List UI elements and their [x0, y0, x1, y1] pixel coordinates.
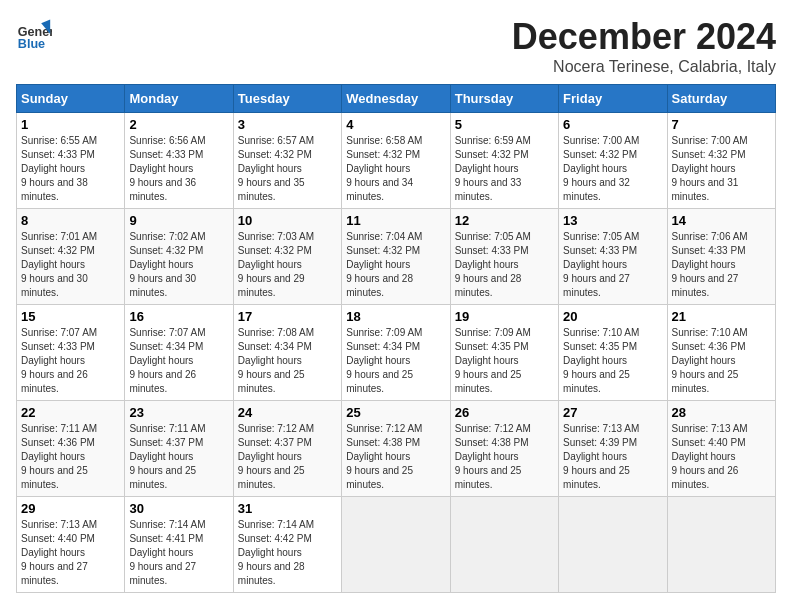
day-number: 24: [238, 405, 337, 420]
day-number: 31: [238, 501, 337, 516]
calendar-cell: 12Sunrise: 7:05 AMSunset: 4:33 PMDayligh…: [450, 209, 558, 305]
day-detail: Sunrise: 7:13 AMSunset: 4:39 PMDaylight …: [563, 422, 662, 492]
header-day-wednesday: Wednesday: [342, 85, 450, 113]
day-detail: Sunrise: 7:07 AMSunset: 4:33 PMDaylight …: [21, 326, 120, 396]
calendar-cell: 27Sunrise: 7:13 AMSunset: 4:39 PMDayligh…: [559, 401, 667, 497]
calendar-header-row: SundayMondayTuesdayWednesdayThursdayFrid…: [17, 85, 776, 113]
day-detail: Sunrise: 7:12 AMSunset: 4:38 PMDaylight …: [455, 422, 554, 492]
day-number: 1: [21, 117, 120, 132]
logo-icon: General Blue: [16, 16, 52, 52]
day-detail: Sunrise: 7:13 AMSunset: 4:40 PMDaylight …: [672, 422, 771, 492]
calendar-cell: 4Sunrise: 6:58 AMSunset: 4:32 PMDaylight…: [342, 113, 450, 209]
day-number: 2: [129, 117, 228, 132]
day-number: 7: [672, 117, 771, 132]
day-number: 11: [346, 213, 445, 228]
calendar-table: SundayMondayTuesdayWednesdayThursdayFrid…: [16, 84, 776, 593]
calendar-week-5: 29Sunrise: 7:13 AMSunset: 4:40 PMDayligh…: [17, 497, 776, 593]
day-detail: Sunrise: 7:01 AMSunset: 4:32 PMDaylight …: [21, 230, 120, 300]
header-day-monday: Monday: [125, 85, 233, 113]
calendar-cell: [667, 497, 775, 593]
day-number: 19: [455, 309, 554, 324]
calendar-week-4: 22Sunrise: 7:11 AMSunset: 4:36 PMDayligh…: [17, 401, 776, 497]
calendar-cell: 30Sunrise: 7:14 AMSunset: 4:41 PMDayligh…: [125, 497, 233, 593]
calendar-week-3: 15Sunrise: 7:07 AMSunset: 4:33 PMDayligh…: [17, 305, 776, 401]
header-day-saturday: Saturday: [667, 85, 775, 113]
header-day-tuesday: Tuesday: [233, 85, 341, 113]
day-number: 23: [129, 405, 228, 420]
day-detail: Sunrise: 7:10 AMSunset: 4:36 PMDaylight …: [672, 326, 771, 396]
day-number: 25: [346, 405, 445, 420]
calendar-cell: 24Sunrise: 7:12 AMSunset: 4:37 PMDayligh…: [233, 401, 341, 497]
main-title: December 2024: [512, 16, 776, 58]
day-number: 22: [21, 405, 120, 420]
calendar-cell: 20Sunrise: 7:10 AMSunset: 4:35 PMDayligh…: [559, 305, 667, 401]
day-detail: Sunrise: 7:05 AMSunset: 4:33 PMDaylight …: [563, 230, 662, 300]
calendar-body: 1Sunrise: 6:55 AMSunset: 4:33 PMDaylight…: [17, 113, 776, 593]
day-detail: Sunrise: 7:13 AMSunset: 4:40 PMDaylight …: [21, 518, 120, 588]
day-number: 15: [21, 309, 120, 324]
calendar-cell: 10Sunrise: 7:03 AMSunset: 4:32 PMDayligh…: [233, 209, 341, 305]
calendar-cell: 7Sunrise: 7:00 AMSunset: 4:32 PMDaylight…: [667, 113, 775, 209]
calendar-cell: 17Sunrise: 7:08 AMSunset: 4:34 PMDayligh…: [233, 305, 341, 401]
calendar-cell: [559, 497, 667, 593]
day-detail: Sunrise: 7:04 AMSunset: 4:32 PMDaylight …: [346, 230, 445, 300]
calendar-cell: 5Sunrise: 6:59 AMSunset: 4:32 PMDaylight…: [450, 113, 558, 209]
day-detail: Sunrise: 7:03 AMSunset: 4:32 PMDaylight …: [238, 230, 337, 300]
calendar-week-2: 8Sunrise: 7:01 AMSunset: 4:32 PMDaylight…: [17, 209, 776, 305]
day-number: 9: [129, 213, 228, 228]
calendar-cell: 13Sunrise: 7:05 AMSunset: 4:33 PMDayligh…: [559, 209, 667, 305]
calendar-cell: 31Sunrise: 7:14 AMSunset: 4:42 PMDayligh…: [233, 497, 341, 593]
day-detail: Sunrise: 7:08 AMSunset: 4:34 PMDaylight …: [238, 326, 337, 396]
svg-text:Blue: Blue: [18, 37, 45, 51]
day-number: 6: [563, 117, 662, 132]
day-number: 10: [238, 213, 337, 228]
day-number: 14: [672, 213, 771, 228]
calendar-cell: 29Sunrise: 7:13 AMSunset: 4:40 PMDayligh…: [17, 497, 125, 593]
calendar-cell: 25Sunrise: 7:12 AMSunset: 4:38 PMDayligh…: [342, 401, 450, 497]
calendar-cell: 8Sunrise: 7:01 AMSunset: 4:32 PMDaylight…: [17, 209, 125, 305]
day-detail: Sunrise: 7:11 AMSunset: 4:36 PMDaylight …: [21, 422, 120, 492]
day-number: 20: [563, 309, 662, 324]
day-detail: Sunrise: 7:12 AMSunset: 4:38 PMDaylight …: [346, 422, 445, 492]
day-detail: Sunrise: 6:55 AMSunset: 4:33 PMDaylight …: [21, 134, 120, 204]
day-number: 8: [21, 213, 120, 228]
subtitle: Nocera Terinese, Calabria, Italy: [512, 58, 776, 76]
calendar-cell: 1Sunrise: 6:55 AMSunset: 4:33 PMDaylight…: [17, 113, 125, 209]
calendar-cell: [450, 497, 558, 593]
day-number: 21: [672, 309, 771, 324]
calendar-cell: 26Sunrise: 7:12 AMSunset: 4:38 PMDayligh…: [450, 401, 558, 497]
day-detail: Sunrise: 7:00 AMSunset: 4:32 PMDaylight …: [563, 134, 662, 204]
calendar-cell: 2Sunrise: 6:56 AMSunset: 4:33 PMDaylight…: [125, 113, 233, 209]
day-number: 5: [455, 117, 554, 132]
calendar-cell: [342, 497, 450, 593]
calendar-cell: 22Sunrise: 7:11 AMSunset: 4:36 PMDayligh…: [17, 401, 125, 497]
day-detail: Sunrise: 7:14 AMSunset: 4:41 PMDaylight …: [129, 518, 228, 588]
day-detail: Sunrise: 7:09 AMSunset: 4:34 PMDaylight …: [346, 326, 445, 396]
calendar-cell: 15Sunrise: 7:07 AMSunset: 4:33 PMDayligh…: [17, 305, 125, 401]
day-detail: Sunrise: 6:58 AMSunset: 4:32 PMDaylight …: [346, 134, 445, 204]
day-number: 13: [563, 213, 662, 228]
day-number: 17: [238, 309, 337, 324]
calendar-cell: 16Sunrise: 7:07 AMSunset: 4:34 PMDayligh…: [125, 305, 233, 401]
header-day-thursday: Thursday: [450, 85, 558, 113]
day-detail: Sunrise: 7:10 AMSunset: 4:35 PMDaylight …: [563, 326, 662, 396]
day-detail: Sunrise: 7:09 AMSunset: 4:35 PMDaylight …: [455, 326, 554, 396]
header-day-sunday: Sunday: [17, 85, 125, 113]
day-detail: Sunrise: 6:59 AMSunset: 4:32 PMDaylight …: [455, 134, 554, 204]
day-number: 4: [346, 117, 445, 132]
calendar-week-1: 1Sunrise: 6:55 AMSunset: 4:33 PMDaylight…: [17, 113, 776, 209]
day-number: 27: [563, 405, 662, 420]
day-number: 29: [21, 501, 120, 516]
header-day-friday: Friday: [559, 85, 667, 113]
calendar-cell: 19Sunrise: 7:09 AMSunset: 4:35 PMDayligh…: [450, 305, 558, 401]
calendar-cell: 3Sunrise: 6:57 AMSunset: 4:32 PMDaylight…: [233, 113, 341, 209]
day-detail: Sunrise: 7:00 AMSunset: 4:32 PMDaylight …: [672, 134, 771, 204]
day-detail: Sunrise: 7:05 AMSunset: 4:33 PMDaylight …: [455, 230, 554, 300]
day-detail: Sunrise: 7:06 AMSunset: 4:33 PMDaylight …: [672, 230, 771, 300]
day-number: 30: [129, 501, 228, 516]
day-detail: Sunrise: 7:11 AMSunset: 4:37 PMDaylight …: [129, 422, 228, 492]
day-number: 26: [455, 405, 554, 420]
day-number: 28: [672, 405, 771, 420]
calendar-cell: 21Sunrise: 7:10 AMSunset: 4:36 PMDayligh…: [667, 305, 775, 401]
day-detail: Sunrise: 7:02 AMSunset: 4:32 PMDaylight …: [129, 230, 228, 300]
